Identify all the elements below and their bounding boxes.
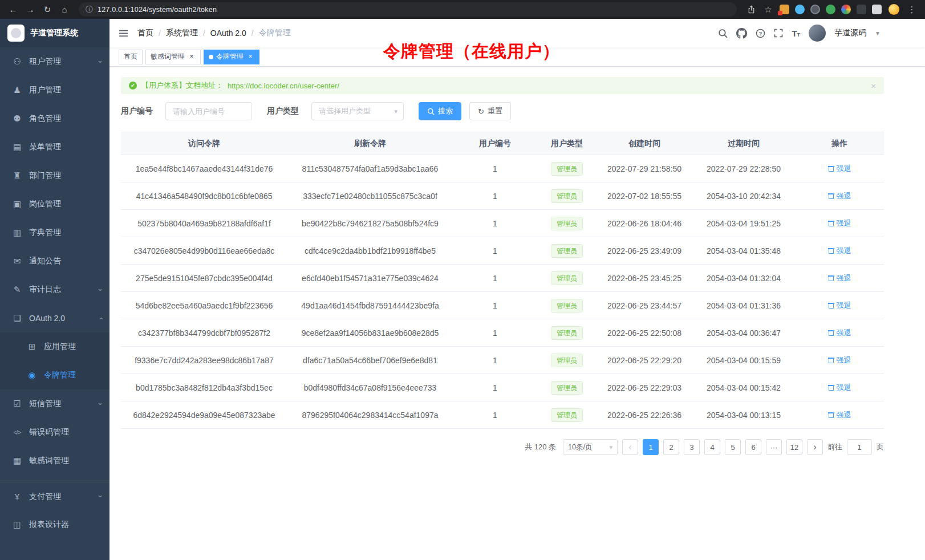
force-logout-button[interactable]: 强退 (828, 355, 851, 366)
user-type-tag: 管理员 (551, 299, 583, 313)
pagination-page-5[interactable]: 5 (725, 439, 741, 455)
sidebar-item-oauth2-token[interactable]: ◉令牌管理 (0, 361, 109, 389)
help-icon[interactable]: ? (756, 29, 765, 38)
sidebar-item-pay[interactable]: ¥支付管理› (0, 482, 109, 510)
username[interactable]: 芋道源码 (834, 28, 866, 38)
force-logout-button[interactable]: 强退 (828, 273, 851, 283)
force-logout-button[interactable]: 强退 (828, 301, 851, 311)
sidebar-item-label: 部门管理 (29, 171, 61, 181)
user-id-input[interactable] (165, 102, 252, 120)
app-logo[interactable]: 芋道管理系统 (0, 19, 109, 47)
alert-close-icon[interactable]: × (871, 81, 876, 91)
search-button[interactable]: 搜索 (419, 102, 461, 120)
search-icon[interactable] (718, 29, 728, 38)
cell-actions: 强退 (795, 237, 884, 265)
sidebar-item-post[interactable]: ▣岗位管理 (0, 190, 109, 218)
reload-button[interactable]: ↻ (40, 2, 55, 17)
cell-create-time: 2022-06-25 23:44:57 (597, 292, 692, 319)
sidebar-item-menu[interactable]: ▤菜单管理 (0, 133, 109, 161)
user-type-tag: 管理员 (551, 326, 583, 340)
sidebar-item-user[interactable]: ♟用户管理 (0, 76, 109, 104)
extension-icon-4[interactable] (826, 5, 835, 14)
next-page-button[interactable]: › (807, 439, 823, 455)
font-size-icon[interactable]: TT (792, 29, 800, 38)
payment-icon: ¥ (11, 492, 23, 501)
sidebar-item-label: 菜单管理 (29, 142, 61, 152)
tab-close-icon[interactable]: × (188, 53, 196, 61)
force-logout-button[interactable]: 强退 (828, 410, 851, 420)
goto-page-input[interactable] (847, 439, 872, 455)
cell-access-token: c347026e805e4d99b0d116eae66eda8c (121, 237, 287, 265)
address-bar[interactable]: ⓘ 127.0.0.1:1024/system/oauth2/token (79, 2, 737, 17)
github-icon[interactable] (736, 28, 747, 39)
force-logout-button[interactable]: 强退 (828, 218, 851, 229)
extension-icon-2[interactable] (795, 5, 805, 14)
page-size-select[interactable]: 10条/页 ▾ (563, 439, 618, 455)
user-type-select[interactable]: 请选择用户类型 ▾ (311, 102, 404, 120)
bookmark-star-icon[interactable]: ☆ (761, 2, 776, 17)
pagination-page-6[interactable]: 6 (745, 439, 761, 455)
extension-icon-6[interactable] (857, 5, 866, 14)
sidebar-item-notice[interactable]: ✉通知公告 (0, 247, 109, 275)
sidebar-item-report-designer[interactable]: ◫报表设计器 (0, 510, 109, 539)
breadcrumb-item[interactable]: 首页 (137, 28, 153, 38)
user-avatar[interactable] (809, 25, 826, 42)
token-table: 访问令牌刷新令牌用户编号用户类型创建时间过期时间操作 1ea5e44f8bc14… (121, 132, 884, 429)
sidebar-item-oauth2-application[interactable]: ⊞应用管理 (0, 332, 109, 361)
user-dropdown-caret-icon[interactable]: ▼ (875, 30, 881, 36)
sidebar-item-dict[interactable]: ▥字典管理 (0, 218, 109, 247)
share-icon[interactable] (744, 2, 758, 17)
sidebar-collapse-icon[interactable] (119, 29, 128, 38)
alert-doc-link[interactable]: https://doc.iocoder.cn/user-center/ (228, 82, 339, 90)
breadcrumb-item[interactable]: 系统管理 (166, 28, 198, 38)
tab-home[interactable]: 首页 (119, 50, 143, 64)
cell-create-time: 2022-06-25 22:29:03 (597, 374, 692, 401)
pagination-page-3[interactable]: 3 (684, 439, 700, 455)
sidebar-item-dept[interactable]: ♜部门管理 (0, 161, 109, 190)
cell-create-time: 2022-06-25 22:26:36 (597, 401, 692, 429)
tab-close-icon[interactable]: × (246, 53, 254, 61)
breadcrumb-item[interactable]: OAuth 2.0 (210, 29, 246, 38)
force-logout-button[interactable]: 强退 (828, 191, 851, 201)
extension-icon-3[interactable] (810, 5, 820, 14)
cell-expire-time: 2054-03-04 00:13:15 (692, 401, 795, 429)
extension-icon-7[interactable] (872, 5, 882, 14)
pagination-page-2[interactable]: 2 (663, 439, 679, 455)
sidebar-item-tenant[interactable]: ⚇租户管理› (0, 47, 109, 76)
force-logout-button[interactable]: 强退 (828, 246, 851, 256)
extension-icon-5[interactable] (841, 5, 851, 14)
url-text: 127.0.0.1:1024/system/oauth2/token (98, 6, 217, 14)
force-logout-button[interactable]: 强退 (828, 383, 851, 393)
browser-menu-button[interactable]: ⋮ (904, 2, 919, 17)
sidebar-item-sms[interactable]: ☑短信管理› (0, 389, 109, 418)
fullscreen-icon[interactable] (774, 29, 783, 38)
forward-button[interactable]: → (23, 2, 38, 17)
chevron-down-icon: › (96, 495, 104, 497)
sidebar-item-sensitive-word[interactable]: ▦敏感词管理 (0, 447, 109, 475)
role-icon: ⚉ (11, 113, 23, 124)
pagination-page-12[interactable]: 12 (786, 439, 802, 455)
column-header: 刷新令牌 (287, 132, 453, 155)
sidebar-item-audit-log[interactable]: ✎审计日志› (0, 275, 109, 304)
site-info-icon[interactable]: ⓘ (86, 5, 93, 15)
pagination-page-4[interactable]: 4 (704, 439, 720, 455)
tab-oauth2-token[interactable]: 令牌管理× (204, 50, 259, 64)
sidebar-item-oauth2[interactable]: ❏OAuth 2.0› (0, 304, 109, 332)
tags-view: 首页敏感词管理×令牌管理× (109, 47, 925, 67)
home-button[interactable]: ⌂ (57, 2, 72, 17)
prev-page-button[interactable]: ‹ (622, 439, 638, 455)
tab-sensitive-word[interactable]: 敏感词管理× (145, 50, 201, 64)
sidebar-item-role[interactable]: ⚉角色管理 (0, 104, 109, 133)
extension-icon-1[interactable] (780, 5, 789, 14)
pagination-page-1[interactable]: 1 (643, 439, 659, 455)
browser-profile-avatar[interactable] (889, 4, 899, 15)
back-button[interactable]: ← (6, 2, 21, 17)
cell-refresh-token: 333ecfc71e02480cb11055c875c3ca0f (287, 182, 453, 210)
force-logout-button[interactable]: 强退 (828, 164, 851, 174)
force-logout-button[interactable]: 强退 (828, 328, 851, 338)
sidebar-item-error-code[interactable]: </>错误码管理 (0, 418, 109, 447)
chevron-down-icon: › (96, 60, 104, 63)
reset-button[interactable]: ↻ 重置 (469, 102, 511, 120)
cell-user-type: 管理员 (537, 374, 597, 401)
pagination-more-button[interactable]: ··· (766, 439, 782, 455)
